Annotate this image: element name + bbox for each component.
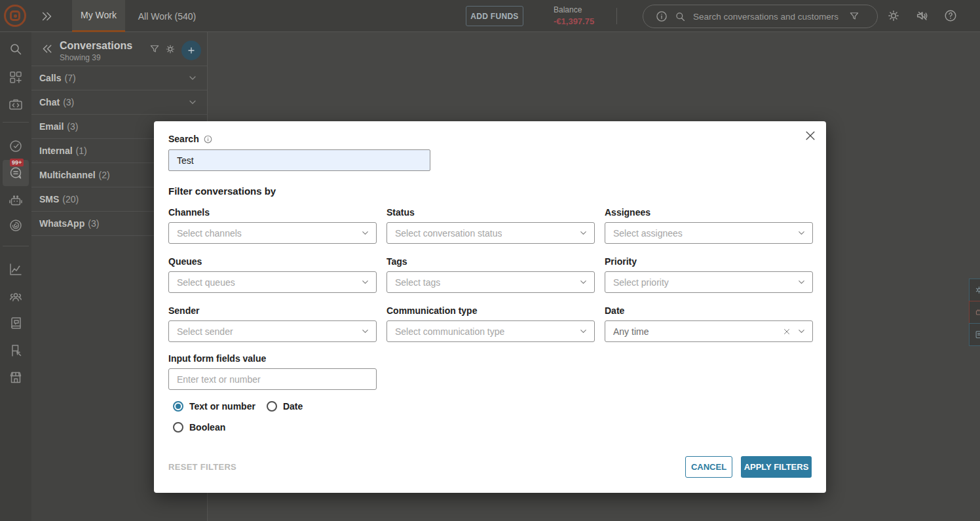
whatsapp-icon[interactable]: [8, 218, 24, 233]
communication-type-select[interactable]: Select communication type: [386, 320, 595, 342]
topbar-divider: [616, 8, 617, 24]
panel-subtitle: Showing 39: [60, 53, 101, 62]
sender-select[interactable]: Select sender: [168, 320, 377, 342]
input-form-fields-label: Input form fields value: [168, 353, 812, 364]
chevron-down-icon: [578, 277, 588, 287]
bot-icon[interactable]: [8, 193, 24, 209]
filter-field-communication-type: Communication type Select communication …: [386, 305, 595, 342]
new-conversation-button[interactable]: [181, 41, 201, 60]
field-label: Assignees: [605, 207, 813, 218]
radio-boolean[interactable]: Boolean: [173, 422, 225, 433]
filter-funnel-icon[interactable]: [149, 43, 160, 55]
balance-value: -€1,397.75: [554, 16, 594, 26]
filter-field-channels: Channels Select channels: [168, 207, 377, 244]
edge-gear-tool-button[interactable]: [969, 279, 980, 301]
date-select[interactable]: Any time: [605, 320, 813, 342]
chevron-down-icon: [578, 228, 588, 238]
field-label: Priority: [605, 256, 813, 267]
marketplace-store-icon[interactable]: [8, 370, 24, 385]
conversations-icon[interactable]: [8, 165, 24, 181]
flows-flag-icon[interactable]: [8, 343, 24, 358]
field-label: Queues: [168, 256, 377, 267]
balance-block: Balance -€1,397.75: [554, 5, 594, 26]
radio-row-1: Text or number Date: [173, 401, 812, 412]
chevron-down-icon: [797, 228, 806, 238]
channel-group-calls[interactable]: Calls (7): [31, 66, 207, 90]
field-label: Sender: [168, 305, 377, 316]
tab-all-work[interactable]: All Work (540): [134, 0, 200, 32]
cancel-button[interactable]: CANCEL: [685, 456, 732, 478]
apply-filters-button[interactable]: APPLY FILTERS: [741, 456, 812, 478]
chevron-down-icon: [360, 277, 370, 287]
info-icon: [203, 134, 213, 144]
sidebar-divider: [3, 246, 29, 246]
apps-add-icon[interactable]: [8, 69, 24, 85]
chevron-down-icon: [187, 73, 198, 83]
filter-field-assignees: Assignees Select assignees: [605, 207, 813, 244]
filter-fields-grid: Channels Select channels Status Select c…: [168, 207, 812, 342]
tab-my-work[interactable]: My Work: [72, 0, 125, 32]
close-icon[interactable]: [804, 129, 817, 142]
footer-buttons: CANCEL APPLY FILTERS: [685, 456, 812, 478]
queues-select[interactable]: Select queues: [168, 271, 377, 293]
app-logo-icon[interactable]: [4, 5, 26, 27]
field-label: Tags: [386, 256, 595, 267]
channels-select[interactable]: Select channels: [168, 222, 377, 244]
panel-header: Conversations Showing 39: [31, 32, 207, 66]
gear-icon[interactable]: [164, 43, 176, 55]
radio-circle: [173, 422, 183, 433]
radio-circle: [267, 401, 277, 412]
expand-double-chevron-icon[interactable]: [40, 9, 54, 24]
filter-field-tags: Tags Select tags: [386, 256, 595, 293]
field-label: Status: [386, 207, 595, 218]
chevron-down-icon: [187, 97, 198, 107]
knowledge-book-icon[interactable]: [8, 315, 24, 331]
filter-field-status: Status Select conversation status: [386, 207, 595, 244]
top-bar: My Work All Work (540) ADD FUNDS Balance…: [0, 0, 980, 32]
people-icon[interactable]: [8, 289, 24, 305]
chevron-down-icon: [360, 326, 370, 336]
chevron-down-icon: [578, 326, 588, 336]
clear-icon[interactable]: [782, 327, 791, 336]
edge-bot-tool-button[interactable]: [969, 301, 980, 324]
priority-select[interactable]: Select priority: [605, 271, 813, 293]
add-funds-button[interactable]: ADD FUNDS: [466, 6, 523, 26]
collapse-double-chevron-icon[interactable]: [41, 42, 54, 56]
search-filter-icon[interactable]: [848, 10, 860, 22]
modal-search-input[interactable]: [168, 149, 430, 171]
balance-label: Balance: [554, 5, 594, 14]
global-search-placeholder: Search conversations and customers: [693, 12, 839, 22]
chevron-down-icon: [797, 277, 806, 287]
chevron-down-icon: [360, 228, 370, 238]
campaigns-icon[interactable]: [8, 138, 24, 154]
panel-title: Conversations: [60, 40, 132, 52]
sidebar-rail: 99+: [0, 32, 31, 521]
search-icon[interactable]: [8, 41, 24, 57]
input-form-fields-input[interactable]: [168, 368, 377, 390]
channel-group-chat[interactable]: Chat (3): [31, 90, 207, 115]
modal-search-label: Search: [168, 134, 812, 144]
sidebar-divider: [3, 122, 29, 123]
field-label: Communication type: [386, 305, 595, 316]
analytics-icon[interactable]: [8, 261, 24, 277]
modal-section-title: Filter conversations by: [168, 185, 812, 197]
chevron-down-icon: [797, 326, 806, 336]
tags-select[interactable]: Select tags: [386, 271, 595, 293]
global-search-input[interactable]: Search conversations and customers: [643, 5, 878, 28]
info-icon: [655, 10, 668, 23]
radio-text-or-number[interactable]: Text or number: [173, 401, 255, 412]
assignees-select[interactable]: Select assignees: [605, 222, 813, 244]
reset-filters-button[interactable]: RESET FILTERS: [168, 462, 236, 472]
filter-field-queues: Queues Select queues: [168, 256, 377, 293]
brightness-icon[interactable]: [886, 9, 901, 23]
filter-conversations-modal: Search Filter conversations by Channels …: [154, 121, 826, 493]
status-select[interactable]: Select conversation status: [386, 222, 595, 244]
edge-notes-tool-button[interactable]: [969, 323, 980, 346]
modal-footer: RESET FILTERS CANCEL APPLY FILTERS: [168, 456, 812, 478]
help-icon[interactable]: [943, 9, 958, 23]
radio-date[interactable]: Date: [267, 401, 303, 412]
workspace-icon[interactable]: [8, 96, 24, 112]
sound-muted-icon[interactable]: [915, 9, 930, 23]
filter-field-priority: Priority Select priority: [605, 256, 813, 293]
radio-row-2: Boolean: [173, 422, 812, 433]
